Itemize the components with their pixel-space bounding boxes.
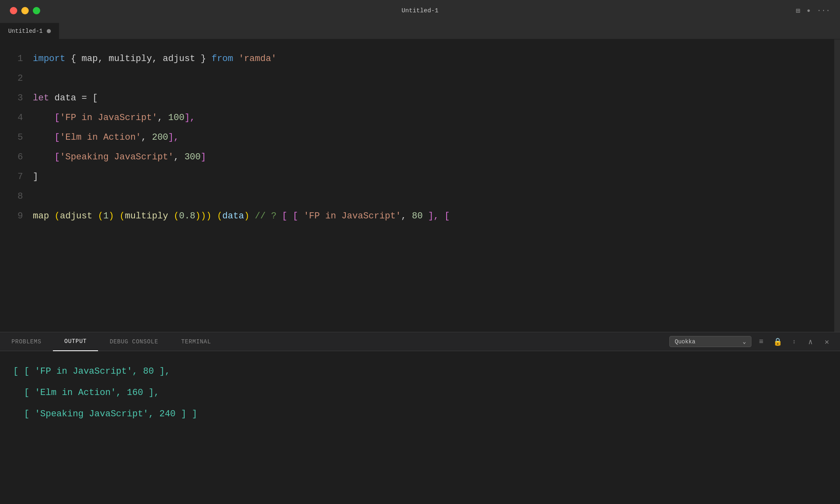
- code-line-9: map (adjust (1) (multiply (0.8))) (data)…: [33, 207, 834, 226]
- more-options-icon[interactable]: ···: [817, 7, 830, 15]
- code-line-3: let data = [: [33, 89, 834, 108]
- code-line-7: ]: [33, 167, 834, 187]
- wrap-icon[interactable]: ↕: [788, 335, 801, 348]
- lock-icon[interactable]: 🔒: [771, 335, 784, 348]
- editor-scrollbar[interactable]: [834, 39, 840, 332]
- token-import: import: [33, 49, 65, 69]
- close-button[interactable]: [10, 7, 17, 14]
- tab-output[interactable]: OUTPUT: [53, 332, 98, 351]
- code-line-6: ['Speaking JavaScript', 300]: [33, 148, 834, 167]
- clear-output-icon[interactable]: ≡: [755, 335, 768, 348]
- output-source-dropdown[interactable]: Quokka ⌄: [669, 336, 751, 347]
- chevron-down-icon: ⌄: [743, 338, 746, 345]
- code-line-4: ['FP in JavaScript', 100],: [33, 108, 834, 128]
- titlebar-actions: ⊞ ● ···: [796, 6, 830, 15]
- tab-terminal[interactable]: TERMINAL: [170, 332, 223, 351]
- output-line-1: [ [ 'FP in JavaScript', 80 ],: [13, 361, 827, 382]
- editor-tab[interactable]: Untitled-1: [0, 23, 59, 39]
- panel-output: [ [ 'FP in JavaScript', 80 ], [ 'Elm in …: [0, 351, 840, 504]
- titlebar: Untitled-1 ⊞ ● ···: [0, 0, 840, 21]
- code-line-1: import { map, multiply, adjust } from 'r…: [33, 49, 834, 69]
- broadcast-icon[interactable]: ●: [807, 7, 810, 14]
- window-title: Untitled-1: [402, 7, 438, 14]
- line-numbers: 1 2 3 4 5 6 7 8 9: [0, 39, 30, 332]
- tab-problems[interactable]: PROBLEMS: [0, 332, 53, 351]
- output-line-2: [ 'Elm in Action', 160 ],: [13, 382, 827, 404]
- code-line-5: ['Elm in Action', 200],: [33, 128, 834, 148]
- minimize-button[interactable]: [21, 7, 29, 14]
- tab-modified-dot: [47, 29, 51, 33]
- split-editor-icon[interactable]: ⊞: [796, 6, 800, 15]
- panel-actions: Quokka ⌄ ≡ 🔒 ↕ ∧ ✕: [669, 335, 833, 348]
- tabbar: Untitled-1: [0, 21, 840, 39]
- maximize-button[interactable]: [33, 7, 40, 14]
- output-line-3: [ 'Speaking JavaScript', 240 ] ]: [13, 404, 827, 425]
- close-panel-icon[interactable]: ✕: [820, 335, 833, 348]
- code-line-8: [33, 187, 834, 207]
- editor-area: 1 2 3 4 5 6 7 8 9 import { map, multiply…: [0, 39, 840, 504]
- panel: PROBLEMS OUTPUT DEBUG CONSOLE TERMINAL Q…: [0, 332, 840, 504]
- collapse-panel-icon[interactable]: ∧: [804, 335, 817, 348]
- window-controls: [10, 7, 40, 14]
- tab-label: Untitled-1: [8, 28, 43, 34]
- editor-content[interactable]: 1 2 3 4 5 6 7 8 9 import { map, multiply…: [0, 39, 840, 332]
- code-line-2: [33, 69, 834, 89]
- panel-tabbar: PROBLEMS OUTPUT DEBUG CONSOLE TERMINAL Q…: [0, 332, 840, 351]
- code-area[interactable]: import { map, multiply, adjust } from 'r…: [30, 39, 834, 332]
- tab-debug-console[interactable]: DEBUG CONSOLE: [98, 332, 169, 351]
